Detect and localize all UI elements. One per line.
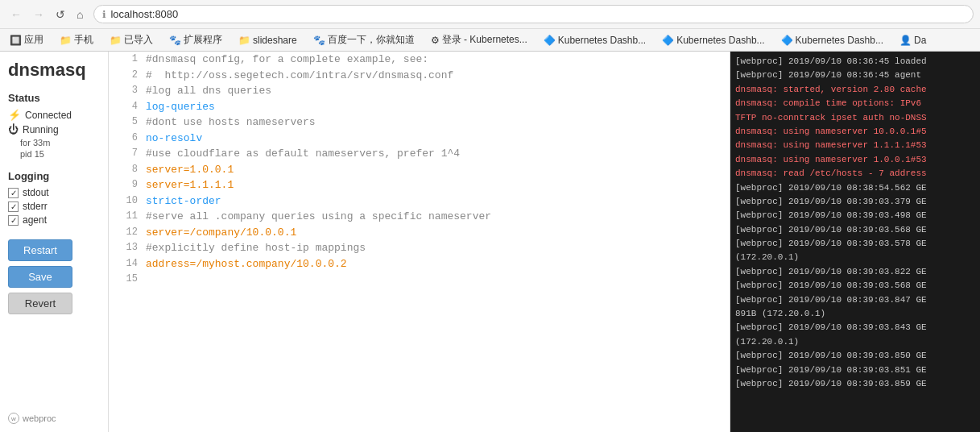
browser-toolbar: ← → ↺ ⌂ ℹ localhost:8080: [0, 0, 980, 28]
bookmark-icon: 👤: [899, 35, 912, 46]
revert-button[interactable]: Revert: [8, 293, 72, 314]
stdout-label: stdout: [23, 187, 49, 198]
webproc-label: webproc: [23, 413, 56, 423]
line-number: 12: [115, 225, 138, 239]
line-text: address=/myhost.company/10.0.0.2: [146, 256, 723, 272]
restart-button[interactable]: Restart: [8, 239, 72, 261]
reload-button[interactable]: ↺: [52, 6, 69, 23]
logging-item-stderr: stderr: [8, 201, 100, 212]
log-line: dnsmasq: using nameserver 1.1.1.1#53: [730, 139, 980, 152]
log-line: [webproc] 2019/09/10 08:39:03.822 GE: [730, 265, 980, 279]
sidebar: dnsmasq Status ⚡ Connected ⏻ Running for…: [0, 52, 109, 432]
bookmark-item[interactable]: 📁手机: [56, 31, 97, 48]
line-text: #dont use hosts nameservers: [146, 114, 723, 131]
bookmark-label: slideshare: [253, 35, 297, 46]
bookmark-icon: 🔷: [544, 35, 556, 46]
line-text: #use cloudflare as default nameservers, …: [146, 146, 723, 162]
bookmark-label: 已导入: [124, 33, 153, 47]
nav-buttons: ← → ↺ ⌂: [6, 6, 87, 23]
log-line: [webproc] 2019/09/10 08:36:45 agent: [730, 69, 980, 82]
bookmark-item[interactable]: 🔷Kubernetes Dashb...: [778, 33, 887, 48]
bookmarks-bar: 🔲应用📁手机📁已导入🐾扩展程序📁slideshare🐾百度一下，你就知道⚙登录 …: [0, 28, 980, 51]
for-label: for 33m: [20, 138, 100, 147]
save-button[interactable]: Save: [8, 266, 72, 288]
code-line: 8server=1.0.0.1: [109, 162, 730, 178]
line-number: 3: [115, 83, 138, 98]
code-line: 12server=/company/10.0.0.1: [109, 225, 730, 241]
line-number: 6: [115, 131, 138, 145]
bookmark-item[interactable]: 📁slideshare: [235, 33, 300, 48]
stdout-checkbox[interactable]: [8, 188, 19, 198]
bookmark-item[interactable]: 👤Da: [896, 33, 929, 48]
forward-button[interactable]: →: [29, 6, 48, 23]
address-bar[interactable]: ℹ localhost:8080: [93, 5, 974, 23]
log-line: [webproc] 2019/09/10 08:39:03.850 GE: [730, 349, 980, 363]
bookmark-item[interactable]: 🔷Kubernetes Dashb...: [540, 33, 649, 48]
bookmark-label: Kubernetes Dashb...: [796, 35, 883, 46]
log-line: dnsmasq: read /etc/hosts - 7 address: [730, 167, 980, 181]
line-text: server=/company/10.0.0.1: [146, 225, 723, 241]
running-label: Running: [23, 124, 59, 135]
bookmark-icon: 🔲: [10, 35, 22, 46]
line-number: 11: [115, 209, 138, 223]
bookmark-icon: 🐾: [169, 35, 181, 46]
power-icon: ⏻: [8, 123, 19, 135]
bookmark-label: 应用: [24, 33, 43, 47]
log-line: dnsmasq: using nameserver 1.0.0.1#53: [730, 153, 980, 167]
line-number: 2: [115, 68, 138, 82]
bookmark-icon: ⚙: [431, 35, 440, 46]
address-text: localhost:8080: [110, 8, 178, 20]
code-line: 5#dont use hosts nameservers: [109, 114, 730, 131]
connected-label: Connected: [25, 110, 72, 121]
logging-section-title: Logging: [8, 170, 100, 182]
log-line: [webproc] 2019/09/10 08:39:03.847 GE: [730, 293, 980, 307]
log-line: TFTP no-conntrack ipset auth no-DNSS: [730, 111, 980, 125]
code-line: 13#explicitly define host-ip mappings: [109, 240, 730, 256]
line-number: 5: [115, 114, 138, 129]
stderr-label: stderr: [23, 201, 48, 212]
browser-chrome: ← → ↺ ⌂ ℹ localhost:8080 🔲应用📁手机📁已导入🐾扩展程序…: [0, 0, 980, 52]
code-line: 3#log all dns queries: [109, 83, 730, 99]
line-number: 8: [115, 162, 138, 177]
log-line: [webproc] 2019/09/10 08:36:45 loaded: [730, 55, 980, 69]
code-line: 10strict-order: [109, 193, 730, 210]
bookmark-item[interactable]: 🔲应用: [6, 31, 47, 48]
log-line: dnsmasq: started, version 2.80 cache: [730, 83, 980, 97]
bookmark-item[interactable]: 📁已导入: [106, 31, 156, 48]
line-text: # http://oss.segetech.com/intra/srv/dnsm…: [146, 68, 723, 84]
code-line: 2# http://oss.segetech.com/intra/srv/dns…: [109, 68, 730, 84]
bookmark-item[interactable]: ⚙登录 - Kubernetes...: [428, 31, 531, 48]
line-text: log-queries: [146, 99, 723, 115]
status-section-title: Status: [8, 92, 100, 104]
line-text: #explicitly define host-ip mappings: [146, 240, 723, 256]
bookmark-item[interactable]: 🐾扩展程序: [166, 31, 225, 48]
bookmark-label: Kubernetes Dashb...: [676, 35, 764, 46]
bookmark-icon: 📁: [238, 35, 250, 46]
line-number: 1: [115, 52, 138, 66]
code-editor[interactable]: 1#dnsmasq config, for a complete example…: [109, 52, 730, 432]
line-text: #dnsmasq config, for a complete example,…: [146, 52, 723, 68]
log-line: [webproc] 2019/09/10 08:39:03.843 GE: [730, 321, 980, 334]
log-line: [webproc] 2019/09/10 08:39:03.498 GE: [730, 209, 980, 222]
line-text: server=1.0.0.1: [146, 162, 723, 178]
stderr-checkbox[interactable]: [8, 201, 19, 212]
lightning-icon: ⚡: [8, 109, 21, 121]
log-line: 891B (172.20.0.1): [730, 307, 980, 321]
bookmark-label: Da: [914, 35, 926, 46]
agent-label: agent: [23, 214, 47, 226]
bookmark-label: 登录 - Kubernetes...: [442, 33, 527, 47]
code-line: 15: [109, 272, 730, 286]
home-button[interactable]: ⌂: [72, 6, 87, 23]
back-button[interactable]: ←: [6, 6, 26, 23]
bookmark-icon: 📁: [60, 35, 72, 46]
bookmark-label: 手机: [74, 33, 93, 47]
agent-checkbox[interactable]: [8, 215, 19, 226]
running-status: ⏻ Running: [8, 123, 100, 135]
bookmark-item[interactable]: 🔷Kubernetes Dashb...: [659, 33, 767, 48]
address-icon: ℹ: [102, 9, 106, 20]
line-number: 15: [115, 272, 138, 286]
bookmark-item[interactable]: 🐾百度一下，你就知道: [310, 31, 418, 48]
button-group: Restart Save Revert: [8, 239, 100, 314]
code-line: 9server=1.1.1.1: [109, 177, 730, 193]
line-number: 7: [115, 146, 138, 160]
